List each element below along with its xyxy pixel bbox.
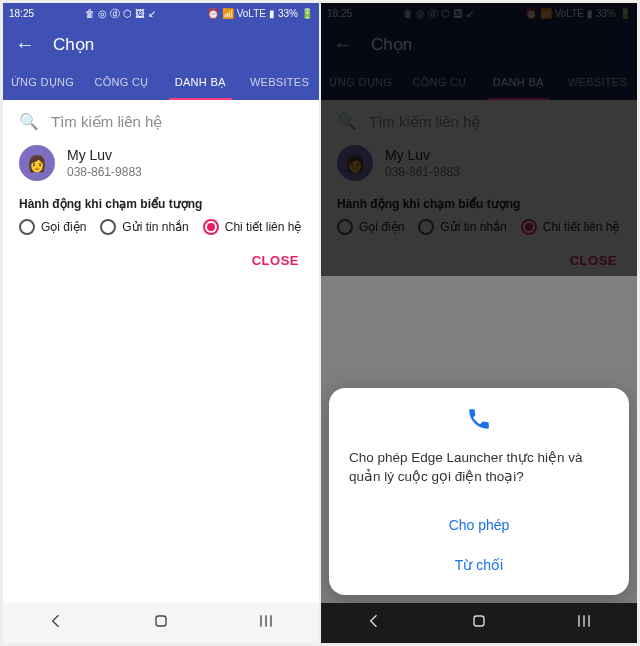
status-icons: 🗑◎ⓓ⬡🖼↙: [85, 7, 156, 21]
status-bar: 18:25 🗑◎ⓓ⬡🖼↙ ⏰📶VoLTE▮33%🔋: [3, 3, 319, 24]
app-bar: ← Chọn: [3, 24, 319, 64]
tab-contacts[interactable]: DANH BẠ: [161, 64, 240, 100]
radio-group: Gọi điện Gửi tin nhắn Chi tiết liên hệ: [3, 219, 319, 245]
tab-websites[interactable]: WEBSITES: [240, 64, 319, 100]
section-label: Hành động khi chạm biểu tượng: [3, 191, 319, 219]
radio-call[interactable]: Gọi điện: [19, 219, 86, 235]
contact-row[interactable]: 👩 My Luv 038-861-9883: [3, 139, 319, 191]
content-area: 🔍 Tìm kiếm liên hệ 👩 My Luv 038-861-9883…: [3, 100, 319, 603]
dialog-allow-button[interactable]: Cho phép: [349, 505, 609, 545]
phone-icon: [349, 406, 609, 436]
radio-message[interactable]: Gửi tin nhắn: [100, 219, 188, 235]
close-button[interactable]: CLOSE: [3, 245, 319, 276]
system-nav: [3, 603, 319, 643]
tab-apps[interactable]: ỨNG DỤNG: [3, 64, 82, 100]
contact-name: My Luv: [67, 147, 142, 163]
nav-back-icon[interactable]: [364, 611, 384, 635]
contact-phone: 038-861-9883: [67, 165, 142, 179]
dialog-text: Cho phép Edge Launcher thực hiện và quản…: [349, 448, 609, 487]
tab-tools[interactable]: CÔNG CỤ: [82, 64, 161, 100]
nav-home-icon[interactable]: [151, 611, 171, 635]
status-time: 18:25: [9, 8, 34, 19]
radio-details[interactable]: Chi tiết liên hệ: [203, 219, 302, 235]
permission-dialog: Cho phép Edge Launcher thực hiện và quản…: [329, 388, 629, 595]
nav-recents-icon[interactable]: [256, 611, 276, 635]
nav-recents-icon[interactable]: [574, 611, 594, 635]
nav-back-icon[interactable]: [46, 611, 66, 635]
search-placeholder: Tìm kiếm liên hệ: [51, 113, 162, 131]
tab-bar: ỨNG DỤNG CÔNG CỤ DANH BẠ WEBSITES: [3, 64, 319, 100]
svg-rect-1: [474, 616, 484, 626]
status-right-icons: ⏰📶VoLTE▮33%🔋: [207, 8, 313, 19]
app-title: Chọn: [53, 34, 94, 55]
dialog-deny-button[interactable]: Từ chối: [349, 545, 609, 585]
search-row[interactable]: 🔍 Tìm kiếm liên hệ: [3, 100, 319, 139]
nav-home-icon[interactable]: [469, 611, 489, 635]
phone-left: 18:25 🗑◎ⓓ⬡🖼↙ ⏰📶VoLTE▮33%🔋 ← Chọn ỨNG DỤN…: [3, 3, 319, 643]
phone-right: 18:25 🗑◎ⓓ⬡🖼↙ ⏰📶VoLTE▮33%🔋 ← Chọn ỨNG DỤN…: [321, 3, 637, 643]
system-nav: [321, 603, 637, 643]
avatar: 👩: [19, 145, 55, 181]
back-icon[interactable]: ←: [15, 34, 35, 54]
svg-rect-0: [156, 616, 166, 626]
search-icon: 🔍: [19, 112, 39, 131]
